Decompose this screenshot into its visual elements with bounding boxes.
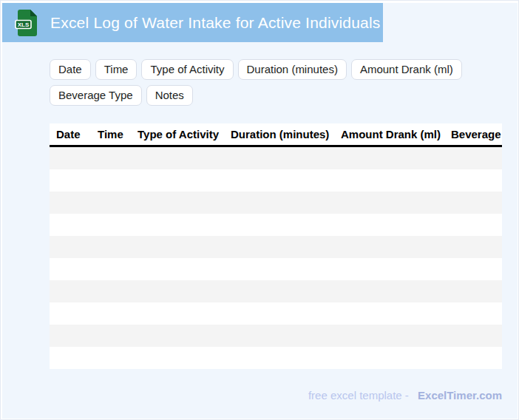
table-cell <box>334 302 444 325</box>
table-cell <box>334 258 444 280</box>
table-cell <box>131 302 224 325</box>
page-title: Excel Log of Water Intake for Active Ind… <box>50 14 381 32</box>
table-row <box>50 258 502 280</box>
table-cell <box>334 347 444 369</box>
table-row <box>50 347 502 369</box>
footer-text: free excel template - <box>308 389 409 402</box>
column-header-duration-minutes: Duration (minutes) <box>224 123 334 146</box>
table-cell <box>131 236 224 258</box>
column-header-type-of-activity: Type of Activity <box>131 123 224 146</box>
table-cell <box>50 146 91 170</box>
table-cell <box>224 325 334 347</box>
table-cell <box>334 146 444 170</box>
table-cell <box>224 236 334 258</box>
intake-table: DateTimeType of ActivityDuration (minute… <box>50 123 502 369</box>
xls-file-icon: XLS <box>15 9 38 37</box>
table-cell <box>50 236 91 258</box>
tag-type-of-activity[interactable]: Type of Activity <box>141 59 233 80</box>
table-cell <box>444 169 502 192</box>
table-cell <box>444 280 502 302</box>
tag-duration-minutes[interactable]: Duration (minutes) <box>238 59 347 80</box>
page-header: XLS Excel Log of Water Intake for Active… <box>2 3 383 42</box>
table-cell <box>224 302 334 325</box>
column-header-beverage-type: Beverage Type <box>444 123 502 146</box>
table-cell <box>50 169 91 192</box>
table-cell <box>444 214 502 236</box>
table-cell <box>444 302 502 325</box>
table-cell <box>50 280 91 302</box>
table-cell <box>131 192 224 214</box>
table-cell <box>334 192 444 214</box>
table-body <box>50 146 502 370</box>
table-cell <box>91 146 131 170</box>
table-cell <box>444 146 502 170</box>
table-cell <box>224 258 334 280</box>
table-cell <box>91 214 131 236</box>
tag-beverage-type[interactable]: Beverage Type <box>50 85 142 106</box>
table-row <box>50 169 502 192</box>
table-cell <box>50 347 91 369</box>
tag-notes[interactable]: Notes <box>146 85 193 106</box>
table-cell <box>50 325 91 347</box>
table-cell <box>50 214 91 236</box>
table-cell <box>444 192 502 214</box>
table-cell <box>334 325 444 347</box>
table-cell <box>131 169 224 192</box>
table-cell <box>224 214 334 236</box>
table-cell <box>91 236 131 258</box>
table-row <box>50 302 502 325</box>
table-cell <box>334 169 444 192</box>
table-cell <box>444 236 502 258</box>
column-tags: DateTimeType of ActivityDuration (minute… <box>50 59 502 106</box>
table-cell <box>131 258 224 280</box>
footer: free excel template - ExcelTimer.com <box>50 389 502 402</box>
table-cell <box>50 192 91 214</box>
table-row <box>50 146 502 170</box>
table-cell <box>131 214 224 236</box>
table-cell <box>131 280 224 302</box>
tag-amount-drank-ml[interactable]: Amount Drank (ml) <box>351 59 462 80</box>
table-cell <box>334 280 444 302</box>
table-row <box>50 192 502 214</box>
table-cell <box>91 280 131 302</box>
xls-icon-label: XLS <box>18 21 30 28</box>
table-cell <box>224 192 334 214</box>
table-cell <box>444 325 502 347</box>
table-cell <box>91 347 131 369</box>
tag-time[interactable]: Time <box>95 59 138 80</box>
table-cell <box>91 302 131 325</box>
table-cell <box>131 325 224 347</box>
table-cell <box>131 347 224 369</box>
table-row <box>50 280 502 302</box>
table-cell <box>131 146 224 170</box>
page-background: XLS Excel Log of Water Intake for Active… <box>2 3 518 419</box>
table-cell <box>224 347 334 369</box>
table-row <box>50 325 502 347</box>
table-cell <box>224 169 334 192</box>
table-cell <box>334 214 444 236</box>
table-cell <box>91 192 131 214</box>
page: XLS Excel Log of Water Intake for Active… <box>0 0 519 420</box>
table-cell <box>50 302 91 325</box>
table-row <box>50 214 502 236</box>
column-header-amount-drank-ml: Amount Drank (ml) <box>334 123 444 146</box>
column-header-date: Date <box>50 123 91 146</box>
table-cell <box>444 347 502 369</box>
table-cell <box>444 258 502 280</box>
main-content: DateTimeType of ActivityDuration (minute… <box>50 59 518 369</box>
table-cell <box>91 258 131 280</box>
table-cell <box>91 325 131 347</box>
table-cell <box>224 146 334 170</box>
table-cell <box>91 169 131 192</box>
table-cell <box>334 236 444 258</box>
table-cell <box>50 258 91 280</box>
tag-date[interactable]: Date <box>50 59 91 80</box>
column-header-time: Time <box>91 123 131 146</box>
table-cell <box>224 280 334 302</box>
footer-site-link[interactable]: ExcelTimer.com <box>418 389 502 402</box>
table-container: DateTimeType of ActivityDuration (minute… <box>50 123 502 369</box>
table-row <box>50 236 502 258</box>
table-header-row: DateTimeType of ActivityDuration (minute… <box>50 123 502 146</box>
